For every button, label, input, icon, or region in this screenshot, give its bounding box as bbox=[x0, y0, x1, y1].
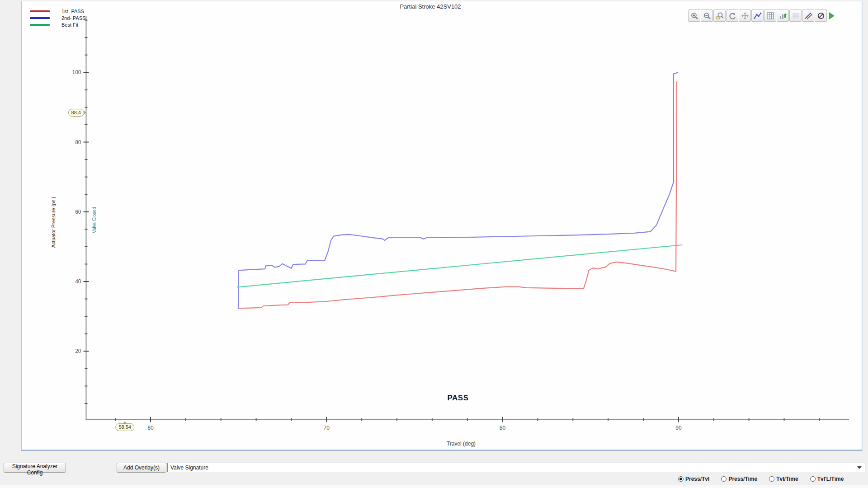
svg-text:20: 20 bbox=[75, 348, 81, 354]
valve-closed-label: Valve Closed bbox=[92, 207, 97, 233]
overlay-type-dropdown[interactable]: Valve Signature bbox=[167, 463, 865, 472]
radio-label-press-time: Press/Time bbox=[728, 476, 757, 482]
test-result-label: PASS bbox=[447, 394, 468, 403]
plot-canvas: 6070809020406080100 bbox=[0, 0, 868, 456]
add-overlay-button[interactable]: Add Overlay(s) bbox=[117, 463, 166, 473]
radio-circle-press-time[interactable] bbox=[721, 476, 726, 482]
footer-toolbar: Signature Analyzer Config Add Overlay(s)… bbox=[0, 463, 868, 474]
y-axis-marker-badge[interactable]: 88.4 bbox=[68, 109, 84, 117]
radio-press-tvl[interactable]: Press/Tvl bbox=[678, 476, 709, 482]
radio-tvl-time[interactable]: Tvl/Time bbox=[769, 476, 798, 482]
radio-press-time[interactable]: Press/Time bbox=[721, 476, 757, 482]
svg-text:90: 90 bbox=[675, 425, 682, 431]
radio-label-tvll-time: Tvl'L/Time bbox=[817, 476, 844, 482]
svg-text:60: 60 bbox=[75, 209, 81, 215]
radio-label-press-tvl: Press/Tvl bbox=[685, 476, 709, 482]
y-axis-title: Actuator Pressure (psi) bbox=[51, 197, 56, 248]
plot-mode-radio-group: Press/TvlPress/TimeTvl/TimeTvl'L/Time bbox=[678, 476, 855, 482]
svg-text:60: 60 bbox=[147, 425, 154, 431]
overlay-type-value: Valve Signature bbox=[168, 465, 857, 471]
x-axis-marker-badge[interactable]: 58.54 bbox=[115, 423, 134, 431]
chevron-down-icon bbox=[857, 466, 862, 469]
svg-text:100: 100 bbox=[72, 69, 81, 75]
status-strip bbox=[0, 485, 868, 488]
radio-circle-press-tvl[interactable] bbox=[678, 476, 684, 482]
svg-text:40: 40 bbox=[75, 278, 81, 285]
signature-analyzer-config-button[interactable]: Signature Analyzer Config bbox=[4, 463, 66, 473]
x-axis-title: Travel (deg) bbox=[447, 441, 476, 447]
radio-circle-tvl-time[interactable] bbox=[769, 476, 774, 482]
radio-tvll-time[interactable]: Tvl'L/Time bbox=[810, 476, 844, 482]
svg-text:80: 80 bbox=[75, 139, 81, 145]
app-window: { "window": { "bg": "#f0f0f0", "panel_bg… bbox=[0, 0, 868, 488]
radio-label-tvl-time: Tvl/Time bbox=[776, 476, 798, 482]
svg-text:80: 80 bbox=[500, 425, 506, 431]
radio-circle-tvll-time[interactable] bbox=[810, 476, 816, 482]
svg-text:70: 70 bbox=[324, 425, 330, 431]
